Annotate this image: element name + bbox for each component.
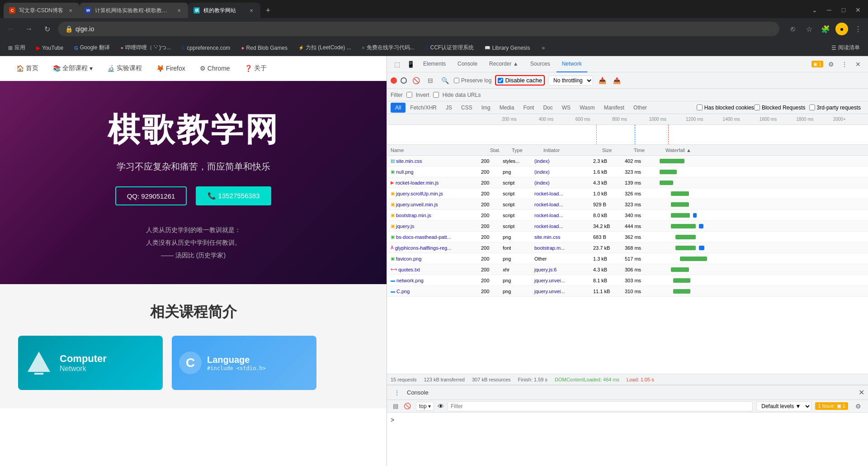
console-eye-icon[interactable]: 👁 [438,403,444,410]
bookmarks-more-button[interactable]: » [538,43,549,53]
cast-icon[interactable]: ⎋ [787,23,799,35]
record-button[interactable] [391,77,397,84]
invert-checkbox[interactable] [406,92,412,98]
throttle-select[interactable]: No throttling [548,76,593,86]
table-row[interactable]: ▣jquery.js 200 script rocket-load... 34.… [387,221,868,232]
nav-about[interactable]: ❓ 关于 [237,56,274,81]
filter-img[interactable]: Img [477,103,495,113]
dt-tab-console[interactable]: Console [452,56,483,72]
close-window-button[interactable]: ✕ [852,4,864,16]
bookmark-youtube[interactable]: ▶ YouTube [32,43,68,53]
extensions-icon[interactable]: 🧩 [819,23,832,35]
bookmark-libgen[interactable]: 📖 Library Genesis [480,43,534,53]
bookmark-freecode[interactable]: ≡ 免费在线学习代码... [358,42,419,53]
back-button[interactable]: ← [4,22,18,36]
table-row[interactable]: ▶rocket-loader.min.js 200 script (index)… [387,177,868,188]
filter-css[interactable]: CSS [457,103,477,113]
phone-button[interactable]: 📞 13527556383 [196,186,271,205]
blocked-req-checkbox[interactable] [754,105,760,110]
address-input[interactable]: 🔒 qige.io [58,22,779,36]
console-close-button[interactable]: ✕ [859,388,864,397]
filter-manifest[interactable]: Manifest [599,103,629,113]
console-context-select[interactable]: top ▾ [416,402,434,411]
table-row[interactable]: ▣jquery.unveil.min.js 200 script rocket-… [387,199,868,210]
console-filter-input[interactable] [448,401,753,411]
bookmark-apps[interactable]: ⊞ 应用 [4,42,30,53]
new-tab-button[interactable]: + [260,3,276,18]
menu-icon[interactable]: ⋮ [852,23,864,35]
nav-firefox[interactable]: 🦊 Firefox [149,56,193,81]
table-row[interactable]: ▤site.min.css 200 styles... (index) 2.3 … [387,156,868,166]
tab3-close[interactable]: ✕ [248,7,255,14]
c-language-card[interactable]: C Language #include <stdio.h> [172,336,316,390]
tab-list-button[interactable]: ⌄ [808,4,821,16]
reload-button[interactable]: ↻ [40,22,54,36]
console-level-select[interactable]: Default levels ▼ [756,401,811,411]
computer-card[interactable]: Computer Network [18,336,163,390]
filter-doc[interactable]: Doc [538,103,557,113]
table-row[interactable]: ▬network.png 200 png jquery.unvei... 8.1… [387,275,868,286]
clear-button[interactable]: 🚫 [410,75,421,86]
filter-media[interactable]: Media [495,103,519,113]
forward-button[interactable]: → [22,22,36,36]
table-row[interactable]: ▣jquery.scrollUp.min.js 200 script rocke… [387,188,868,199]
dt-tab-elements[interactable]: Elements [418,56,451,72]
nav-home[interactable]: 🏠 首页 [9,56,46,81]
qq-button[interactable]: QQ: 929051261 [115,186,187,205]
stop-record-button[interactable] [401,77,407,84]
filter-wasm[interactable]: Wasm [575,103,599,113]
bookmark-redblob[interactable]: ● Red Blob Games [236,43,292,53]
dt-tab-sources[interactable]: Sources [525,56,556,72]
nav-lab-courses[interactable]: 🔬 实验课程 [100,56,149,81]
devtools-more-icon[interactable]: ⋮ [838,58,851,71]
table-row[interactable]: ▣favicon.png 200 png Other 1.3 kB 517 ms [387,253,868,264]
profile-avatar[interactable]: ● [835,23,848,35]
devtools-close-icon[interactable]: ✕ [852,58,864,71]
search-icon[interactable]: 🔍 [439,75,450,86]
tab-1[interactable]: C 写文章-CSDN博客 ✕ [4,3,80,18]
export-icon[interactable]: 📤 [611,75,622,86]
devtools-device-icon[interactable]: 📱 [404,58,417,71]
minimize-button[interactable]: ─ [823,4,835,16]
devtools-inspect-icon[interactable]: ⬚ [391,58,403,71]
disable-cache-checkbox[interactable] [498,78,503,83]
nav-chrome[interactable]: ⚙ Chrome [193,56,237,81]
devtools-issue-badge[interactable]: ▣ 1 [811,58,824,71]
bookmark-reader[interactable]: ☰ 阅读清单 [827,42,864,53]
tab-2[interactable]: W 计算机网络实验教程-棋歌教学网 ✕ [80,3,188,18]
filter-other[interactable]: Other [629,103,651,113]
dt-tab-network[interactable]: Network [557,56,587,72]
table-row[interactable]: ▬C.png 200 png jquery.unvei... 11.1 kB 3… [387,286,868,297]
console-panel-menu-icon[interactable]: ⋮ [391,386,403,399]
preserve-log-checkbox[interactable] [454,78,459,83]
bookmark-star-icon[interactable]: ☆ [803,23,816,35]
bookmark-leetcode[interactable]: ⚡ 力扣 (LeetCode) ... [294,42,356,53]
maximize-button[interactable]: □ [837,4,850,16]
console-sidebar-icon[interactable]: ▤ [391,401,401,411]
table-row[interactable]: Aglyphicons-halflings-reg... 200 font bo… [387,243,868,253]
bookmark-bilibili[interactable]: ● 哔哩哔哩（ '-' )つ... [116,42,175,53]
bookmark-ccf[interactable]: C CCF认证管理系统 [421,42,479,53]
table-row[interactable]: ⟷quotes.txt 200 xhr jquery.js:6 4.3 kB 3… [387,264,868,275]
filter-fetch-xhr[interactable]: Fetch/XHR [406,103,441,113]
has-blocked-checkbox[interactable] [697,105,703,110]
tab1-close[interactable]: ✕ [67,7,74,14]
tab2-close[interactable]: ✕ [175,7,183,14]
filter-icon[interactable]: ⊟ [425,75,436,86]
import-icon[interactable]: 📥 [597,75,608,86]
nav-all-courses[interactable]: 📚 全部课程 ▾ [46,56,100,81]
filter-js[interactable]: JS [441,103,457,113]
filter-ws[interactable]: WS [557,103,575,113]
third-party-checkbox[interactable] [809,105,815,110]
console-clear-icon[interactable]: 🚫 [402,401,412,411]
bookmark-google-translate[interactable]: G Google 翻译 [70,42,114,53]
filter-all[interactable]: All [391,103,406,113]
hide-data-urls-checkbox[interactable] [433,92,439,98]
table-row[interactable]: ▣bootstrap.min.js 200 script rocket-load… [387,210,868,221]
table-row[interactable]: ▣null.png 200 png (index) 1.6 kB 323 ms [387,166,868,177]
bookmark-cpp[interactable]: C cppreference.com [177,43,235,53]
devtools-settings-icon[interactable]: ⚙ [825,58,837,71]
console-settings-icon[interactable]: ⚙ [852,400,864,413]
dt-tab-recorder[interactable]: Recorder ▲ [484,56,524,72]
filter-font[interactable]: Font [519,103,538,113]
